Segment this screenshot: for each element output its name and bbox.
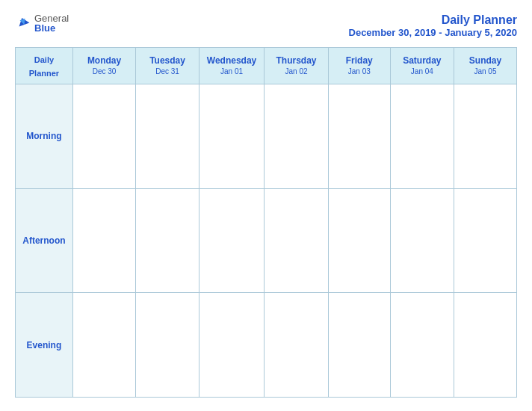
cell-afternoon-monday[interactable] [72,188,135,293]
col-header-tuesday: Tuesday Dec 31 [136,48,200,84]
cell-morning-friday[interactable] [328,84,390,189]
cell-morning-tuesday[interactable] [136,84,200,189]
cell-morning-saturday[interactable] [390,84,454,189]
logo-bird-icon [15,15,31,31]
cell-morning-monday[interactable] [72,84,135,189]
col-header-saturday: Saturday Jan 04 [390,48,454,84]
daily-planner-header: DailyPlanner [16,48,73,84]
page-title: Daily Planner [349,13,517,27]
cell-morning-sunday[interactable] [454,84,516,189]
cell-afternoon-sunday[interactable] [454,188,516,293]
cell-evening-monday[interactable] [72,293,135,398]
cell-evening-friday[interactable] [328,293,390,398]
table-header-row: DailyPlanner Monday Dec 30 Tuesday Dec 3… [16,48,517,84]
cell-evening-sunday[interactable] [454,293,516,398]
col-header-wednesday: Wednesday Jan 01 [199,48,264,84]
row-label-morning: Morning [16,84,73,189]
page-subtitle: December 30, 2019 - January 5, 2020 [349,27,517,38]
table-row-morning: Morning [16,84,517,189]
col-header-friday: Friday Jan 03 [328,48,390,84]
cell-morning-wednesday[interactable] [199,84,264,189]
col-header-monday: Monday Dec 30 [72,48,135,84]
cell-afternoon-tuesday[interactable] [136,188,200,293]
col-header-sunday: Sunday Jan 05 [454,48,516,84]
row-label-afternoon: Afternoon [16,188,73,293]
title-block: Daily Planner December 30, 2019 - Januar… [349,13,517,38]
cell-afternoon-friday[interactable] [328,188,390,293]
page-header: General Blue Daily Planner December 30, … [15,13,517,38]
table-row-afternoon: Afternoon [16,188,517,293]
logo-text: General Blue [34,13,69,33]
cell-evening-thursday[interactable] [265,293,329,398]
table-row-evening: Evening [16,293,517,398]
logo-blue-text: Blue [34,23,69,33]
planner-table: DailyPlanner Monday Dec 30 Tuesday Dec 3… [15,47,517,398]
logo: General Blue [15,13,69,33]
cell-evening-wednesday[interactable] [199,293,264,398]
cell-afternoon-thursday[interactable] [265,188,329,293]
cell-evening-saturday[interactable] [390,293,454,398]
col-header-thursday: Thursday Jan 02 [265,48,329,84]
row-label-evening: Evening [16,293,73,398]
cell-evening-tuesday[interactable] [136,293,200,398]
cell-afternoon-wednesday[interactable] [199,188,264,293]
cell-morning-thursday[interactable] [265,84,329,189]
cell-afternoon-saturday[interactable] [390,188,454,293]
